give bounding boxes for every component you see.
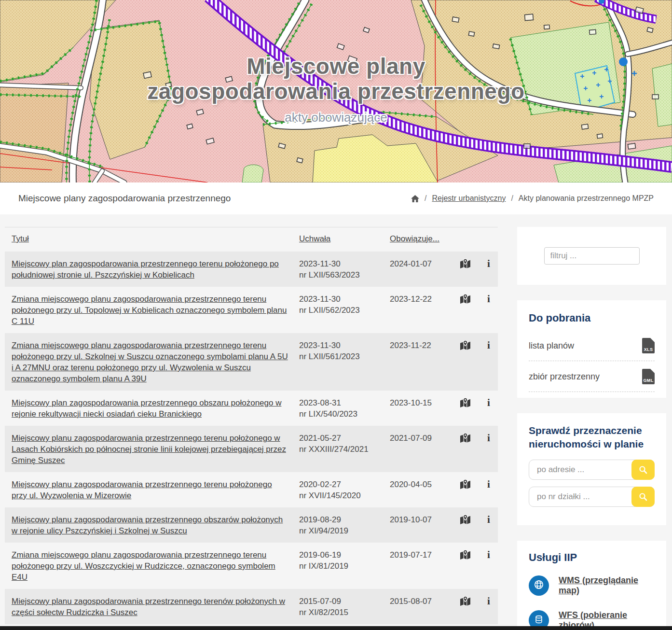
iip-heading: Usługi IIP [529, 551, 655, 564]
hero-map-image [0, 0, 672, 182]
map-icon[interactable] [460, 550, 471, 560]
table-row: Miejscowy planu zagospodarowania przestr… [5, 426, 498, 472]
info-icon[interactable]: i [487, 259, 490, 269]
map-icon[interactable] [460, 515, 471, 525]
info-icon[interactable]: i [487, 398, 490, 408]
map-icon[interactable] [460, 294, 471, 304]
plans-table: Tytuł Uchwała Obowiązuje... Miejscowy pl… [5, 227, 498, 630]
breadcrumb-separator: / [511, 194, 513, 203]
downloads-heading: Do pobrania [529, 312, 655, 324]
map-icon[interactable] [460, 259, 471, 269]
in-force-date: 2023-11-22 [390, 340, 453, 351]
in-force-date: 2024-01-07 [390, 258, 453, 269]
resolution-number: nr LXII/561/2023 [299, 351, 390, 362]
resolution-number: nr XVII/145/2020 [299, 490, 390, 501]
breadcrumb: / Rejestr urbanistyczny / Akty planowani… [411, 194, 654, 203]
iip-card: Usługi IIP WMS (przeglądanie map) [517, 541, 666, 630]
info-icon[interactable]: i [487, 479, 490, 490]
map-icon[interactable] [460, 479, 471, 490]
sidebar: Do pobrania lista planów XLS zbiór przes… [517, 227, 666, 630]
plan-title-link[interactable]: Miejscowy plan zagospodarowania przestrz… [12, 259, 279, 280]
resolution-number: nr XI/94/2019 [299, 525, 390, 536]
plan-title-link[interactable]: Miejscowy planu zagospodarowania przestr… [12, 480, 272, 500]
map-icon[interactable] [460, 398, 471, 408]
parcel-search-group [529, 487, 655, 507]
plan-title-link[interactable]: Miejscowy planu zagospodarowania przestr… [12, 515, 283, 535]
search-icon [639, 492, 647, 501]
map-icon[interactable] [460, 340, 471, 350]
info-icon[interactable]: i [487, 294, 490, 304]
in-force-date: 2019-10-07 [390, 514, 453, 525]
sort-resolution-header[interactable]: Uchwała [299, 234, 390, 244]
info-icon[interactable]: i [487, 596, 490, 606]
in-force-date: 2023-10-15 [390, 397, 453, 408]
in-force-date: 2023-12-22 [390, 294, 453, 305]
download-item[interactable]: zbiór przestrzenny GML [529, 361, 655, 392]
resolution-date: 2023-11-30 [299, 258, 390, 269]
globe-icon [534, 579, 544, 592]
gml-file-icon: GML [642, 369, 655, 384]
table-row: Zmiana miejscowego planu zagospodarowani… [5, 287, 498, 333]
download-item[interactable]: lista planów XLS [529, 330, 655, 361]
footer-bar [0, 626, 672, 630]
address-search-group [529, 460, 655, 480]
plan-title-link[interactable]: Zmiana miejscowego planu zagospodarowani… [12, 294, 287, 326]
table-row: Miejscowy planu zagospodarowania przestr… [5, 472, 498, 507]
resolution-date: 2023-11-30 [299, 294, 390, 305]
resolution-number: nr LXII/562/2023 [299, 305, 390, 316]
breadcrumb-bar: Miejscowe plany zagospodarowania przestr… [0, 182, 672, 214]
info-icon[interactable]: i [487, 515, 490, 525]
address-search-button[interactable] [631, 460, 655, 480]
download-label: lista planów [529, 341, 574, 351]
sort-in-force-header[interactable]: Obowiązuje... [390, 234, 453, 244]
map-icon[interactable] [460, 433, 471, 443]
info-icon[interactable]: i [487, 550, 490, 560]
iip-link[interactable]: WMS (przeglądanie map) [559, 575, 655, 596]
plans-table-body: Miejscowy plan zagospodarowania przestrz… [5, 252, 498, 630]
in-force-date: 2015-08-07 [390, 596, 453, 607]
resolution-number: nr IX/81/2019 [299, 560, 390, 572]
page: Miejscowe plany zagospodarowania przestr… [0, 0, 672, 630]
home-icon[interactable] [411, 195, 419, 202]
file-type-label: XLS [642, 347, 655, 352]
filter-card [517, 227, 666, 285]
resolution-date: 2019-06-19 [299, 549, 390, 560]
info-icon[interactable]: i [487, 433, 490, 443]
plan-title-link[interactable]: Miejscowy planu zagospodarowania przestr… [12, 597, 285, 617]
plan-title-link[interactable]: Zmiana miejscowego planu zagospodarowani… [12, 341, 288, 383]
breadcrumb-link-rejestr[interactable]: Rejestr urbanistyczny [432, 194, 506, 203]
info-icon[interactable]: i [487, 340, 490, 350]
resolution-date: 2023-11-30 [299, 340, 390, 351]
check-purpose-card: Sprawdź przeznaczenie nieruchomości w pl… [517, 413, 666, 525]
database-icon [534, 615, 544, 626]
resolution-number: nr XXXIII/274/2021 [299, 444, 390, 455]
plan-title-link[interactable]: Miejscowy planu zagospodarowania przestr… [12, 434, 286, 465]
parcel-search-button[interactable] [631, 487, 655, 507]
check-purpose-heading: Sprawdź przeznaczenie nieruchomości w pl… [529, 424, 655, 451]
table-row: Zmiana miejscowego planu zagospodarowani… [5, 333, 498, 391]
downloads-list: lista planów XLS zbiór przestrzenny GML [529, 330, 655, 392]
iip-service-item: WMS (przeglądanie map) [529, 575, 655, 596]
resolution-number: nr LXII/563/2023 [299, 269, 390, 280]
sort-title-header[interactable]: Tytuł [12, 234, 299, 244]
iip-list: WMS (przeglądanie map) WFS (pobieranie z… [529, 575, 655, 630]
resolution-number: nr XI/82/2015 [299, 607, 390, 618]
in-force-date: 2019-07-17 [390, 549, 453, 560]
resolution-date: 2015-07-09 [299, 596, 390, 607]
table-row: Miejscowy plan zagospodarowania przestrz… [5, 391, 498, 426]
file-type-label: GML [642, 378, 655, 383]
download-label: zbiór przestrzenny [529, 372, 600, 382]
search-icon [639, 465, 647, 474]
table-header: Tytuł Uchwała Obowiązuje... [5, 227, 498, 252]
in-force-date: 2021-07-09 [390, 433, 453, 444]
in-force-date: 2020-04-05 [390, 479, 453, 490]
map-icon[interactable] [460, 596, 471, 606]
content: Tytuł Uchwała Obowiązuje... Miejscowy pl… [0, 214, 672, 630]
filter-input[interactable] [544, 247, 640, 265]
resolution-date: 2021-05-27 [299, 433, 390, 444]
resolution-date: 2023-08-31 [299, 397, 390, 408]
breadcrumb-current: Akty planowania przestrzennego MPZP [519, 194, 654, 203]
page-title: Miejscowe plany zagospodarowania przestr… [18, 193, 231, 204]
plan-title-link[interactable]: Miejscowy plan zagospodarowania przestrz… [12, 398, 281, 419]
plan-title-link[interactable]: Zmiana miejscowego planu zagospodarowani… [12, 550, 275, 582]
